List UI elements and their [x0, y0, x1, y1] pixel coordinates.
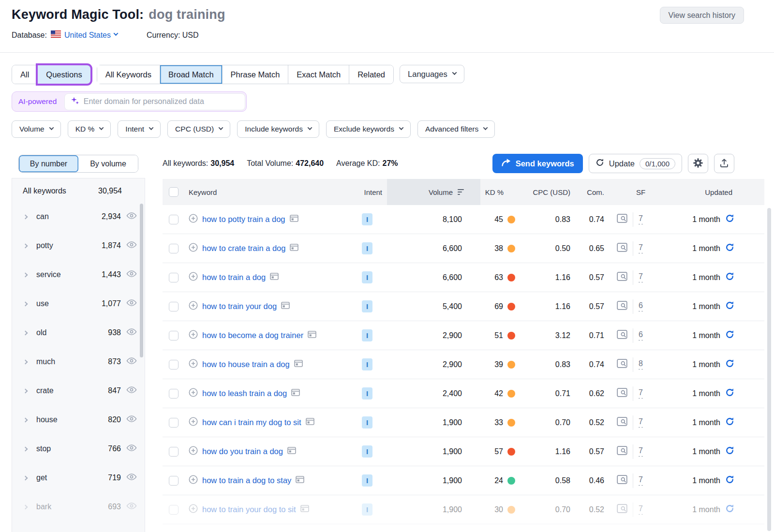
serp-features-count[interactable]: 8	[639, 359, 643, 369]
keyword-group-item[interactable]: crate 847	[12, 376, 145, 405]
col-com[interactable]: Com.	[575, 188, 610, 196]
serp-window-icon[interactable]	[270, 273, 279, 282]
add-keyword-icon[interactable]	[189, 214, 198, 225]
row-refresh-icon[interactable]	[725, 243, 734, 254]
serp-features-count[interactable]: 7	[639, 388, 643, 399]
keyword-group-item[interactable]: use 1,077	[12, 289, 145, 318]
serp-preview-icon[interactable]	[617, 243, 627, 254]
intent-badge-informational[interactable]: I	[362, 329, 372, 341]
serp-preview-icon[interactable]	[617, 475, 627, 486]
serp-window-icon[interactable]	[306, 418, 314, 427]
serp-preview-icon[interactable]	[617, 301, 627, 312]
intent-badge-informational[interactable]: I	[362, 445, 372, 458]
col-keyword[interactable]: Keyword	[185, 188, 347, 196]
serp-preview-icon[interactable]	[617, 359, 627, 370]
keyword-link[interactable]: how to crate train a dog	[202, 244, 285, 253]
row-refresh-icon[interactable]	[725, 475, 734, 486]
tab-all[interactable]: All	[12, 65, 38, 84]
eye-icon[interactable]	[126, 328, 137, 338]
keyword-group-item[interactable]: much 873	[12, 347, 145, 376]
col-cpc[interactable]: CPC (USD)	[518, 188, 575, 196]
filter-dropdown[interactable]: Include keywords	[237, 120, 319, 138]
eye-icon[interactable]	[126, 415, 137, 425]
row-refresh-icon[interactable]	[725, 359, 734, 370]
eye-icon[interactable]	[126, 212, 137, 222]
serp-features-count[interactable]: 7	[639, 272, 643, 282]
keyword-group-item[interactable]: service 1,443	[12, 260, 145, 289]
eye-icon[interactable]	[126, 502, 137, 512]
eye-icon[interactable]	[126, 299, 137, 309]
row-checkbox[interactable]	[169, 418, 179, 428]
table-scrollbar[interactable]	[767, 208, 771, 531]
eye-icon[interactable]	[126, 473, 137, 483]
update-button[interactable]: Update 0/1,000	[589, 154, 682, 173]
select-all-checkbox[interactable]	[169, 187, 179, 197]
serp-features-count[interactable]: 7	[639, 446, 643, 457]
row-refresh-icon[interactable]	[725, 301, 734, 312]
filter-dropdown[interactable]: Exclude keywords	[326, 120, 411, 138]
row-refresh-icon[interactable]	[725, 272, 734, 283]
row-checkbox[interactable]	[169, 476, 179, 486]
serp-preview-icon[interactable]	[617, 272, 627, 283]
view-search-history-button[interactable]: View search history	[660, 7, 744, 24]
col-sf[interactable]: SF	[610, 188, 658, 196]
keyword-link[interactable]: how do you train a dog	[202, 447, 283, 456]
add-keyword-icon[interactable]	[189, 388, 198, 399]
export-button[interactable]	[714, 154, 734, 173]
table-settings-button[interactable]	[688, 154, 708, 173]
keyword-group-item[interactable]: stop 766	[12, 434, 145, 463]
keyword-link[interactable]: how to become a dog trainer	[202, 331, 303, 340]
serp-features-count[interactable]: 6	[639, 301, 643, 311]
row-refresh-icon[interactable]	[725, 417, 734, 428]
all-keywords-group[interactable]: All keywords 30,954	[12, 178, 145, 202]
serp-window-icon[interactable]	[290, 215, 298, 224]
tab-match-type[interactable]: Broad Match	[160, 65, 223, 84]
serp-features-count[interactable]: 6	[639, 330, 643, 340]
keyword-link[interactable]: how can i train my dog to sit	[202, 418, 301, 427]
keyword-link[interactable]: how to train a dog	[202, 273, 266, 282]
tab-match-type[interactable]: Phrase Match	[223, 65, 289, 84]
serp-window-icon[interactable]	[291, 389, 300, 398]
add-keyword-icon[interactable]	[189, 417, 198, 428]
tab-match-type[interactable]: Exact Match	[288, 65, 349, 84]
add-keyword-icon[interactable]	[189, 272, 198, 283]
tab-questions[interactable]: Questions	[38, 65, 90, 84]
intent-badge-informational[interactable]: I	[362, 242, 372, 254]
row-checkbox[interactable]	[169, 389, 179, 399]
row-refresh-icon[interactable]	[725, 330, 734, 341]
filter-dropdown[interactable]: Advanced filters	[417, 120, 495, 138]
intent-badge-informational[interactable]: I	[362, 387, 372, 399]
serp-window-icon[interactable]	[294, 360, 303, 369]
serp-window-icon[interactable]	[308, 331, 316, 340]
keyword-group-item[interactable]: bark 693	[12, 492, 145, 521]
add-keyword-icon[interactable]	[189, 446, 198, 457]
col-intent[interactable]: Intent	[347, 188, 387, 196]
serp-features-count[interactable]: 7	[639, 214, 643, 224]
row-checkbox[interactable]	[169, 244, 179, 253]
add-keyword-icon[interactable]	[189, 504, 198, 515]
eye-icon[interactable]	[126, 444, 137, 454]
intent-badge-informational[interactable]: I	[362, 271, 372, 283]
serp-preview-icon[interactable]	[617, 388, 627, 399]
serp-window-icon[interactable]	[287, 447, 296, 456]
serp-features-count[interactable]: 7	[639, 475, 643, 486]
col-kd[interactable]: KD %	[480, 188, 518, 196]
languages-dropdown[interactable]: Languages	[400, 65, 464, 83]
add-keyword-icon[interactable]	[189, 301, 198, 312]
row-refresh-icon[interactable]	[725, 388, 734, 399]
keyword-link[interactable]: how to potty train a dog	[202, 215, 285, 224]
intent-badge-informational[interactable]: I	[362, 416, 372, 429]
keyword-group-item[interactable]: get 719	[12, 463, 145, 492]
add-keyword-icon[interactable]	[189, 330, 198, 341]
row-checkbox[interactable]	[169, 302, 179, 311]
keyword-link[interactable]: how to train your dog	[202, 302, 277, 311]
row-refresh-icon[interactable]	[725, 214, 734, 225]
send-keywords-button[interactable]: Send keywords	[492, 154, 583, 173]
domain-input-wrap[interactable]	[64, 93, 245, 110]
intent-badge-informational[interactable]: I	[362, 503, 372, 516]
serp-features-count[interactable]: 7	[639, 417, 643, 428]
intent-badge-informational[interactable]: I	[362, 358, 372, 370]
filter-dropdown[interactable]: Volume	[12, 120, 61, 138]
col-updated[interactable]: Updated	[658, 188, 764, 196]
eye-icon[interactable]	[126, 241, 137, 251]
